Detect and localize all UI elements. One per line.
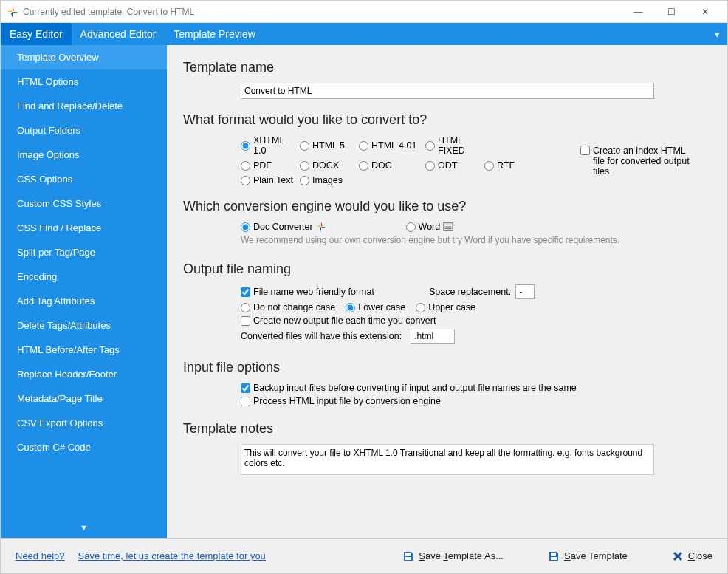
minimize-button[interactable]: —: [622, 1, 655, 22]
sidebar-item-css-find-replace[interactable]: CSS Find / Replace: [1, 216, 167, 240]
extension-label: Converted files will have this extension…: [241, 331, 402, 341]
template-notes-textarea[interactable]: [241, 444, 654, 475]
index-file-checkbox[interactable]: Create an index HTML file for converted …: [580, 146, 698, 177]
format-doc[interactable]: DOC: [359, 160, 419, 171]
format-rtf[interactable]: RTF: [484, 160, 545, 171]
heading-engine: Which conversion engine would you like t…: [183, 199, 707, 214]
window-title: Currently edited template: Convert to HT…: [23, 7, 622, 17]
menubar-dropdown-icon[interactable]: ▾: [707, 23, 727, 45]
sidebar-item-encoding[interactable]: Encoding: [1, 264, 167, 289]
format-xhtml10[interactable]: XHTML 1.0: [241, 135, 294, 156]
sidebar-item-replace-header[interactable]: Replace Header/Footer: [1, 362, 167, 386]
format-docx[interactable]: DOCX: [300, 160, 353, 171]
save-template-as-button[interactable]: Save Template As...: [402, 550, 504, 562]
engine-hint: We recommend using our own conversion en…: [241, 235, 707, 245]
web-friendly-checkbox[interactable]: File name web friendly format: [241, 287, 374, 297]
heading-format: What format would you like to convert to…: [183, 112, 707, 128]
format-pdf[interactable]: PDF: [241, 160, 294, 171]
save-template-button[interactable]: Save Template: [548, 550, 628, 562]
process-html-checkbox[interactable]: Process HTML input file by conversion en…: [241, 396, 441, 406]
space-replacement-label: Space replacement:: [429, 287, 511, 297]
backup-checkbox[interactable]: Backup input files before converting if …: [241, 383, 577, 393]
sidebar-item-template-overview[interactable]: Template Overview: [1, 45, 167, 69]
engine-word[interactable]: Word: [406, 222, 454, 232]
save-icon: [548, 550, 560, 562]
sidebar-item-html-options[interactable]: HTML Options: [1, 69, 167, 94]
need-help-link[interactable]: Need help?: [16, 550, 65, 561]
format-html5[interactable]: HTML 5: [300, 135, 353, 156]
sidebar: Template Overview HTML Options Find and …: [1, 45, 167, 538]
tab-template-preview[interactable]: Template Preview: [165, 23, 264, 45]
save-icon: [402, 550, 414, 562]
sidebar-item-delete-tags[interactable]: Delete Tags/Attributes: [1, 313, 167, 338]
format-options-grid: XHTML 1.0 HTML 5 HTML 4.01 HTML FIXED PD…: [241, 135, 551, 185]
heading-notes: Template notes: [183, 421, 707, 437]
format-html401[interactable]: HTML 4.01: [359, 135, 419, 156]
sidebar-item-css-options[interactable]: CSS Options: [1, 167, 167, 191]
extension-input[interactable]: [411, 329, 455, 344]
svg-rect-2: [405, 557, 411, 560]
menubar: Easy Editor Advanced Editor Template Pre…: [1, 23, 727, 45]
sidebar-item-custom-css[interactable]: Custom CSS Styles: [1, 191, 167, 216]
docconverter-icon: [316, 222, 326, 232]
tab-easy-editor[interactable]: Easy Editor: [1, 23, 72, 45]
sidebar-item-csv-export[interactable]: CSV Export Options: [1, 411, 167, 435]
close-button[interactable]: Close: [672, 550, 712, 562]
close-icon: [672, 550, 684, 562]
case-nochange[interactable]: Do not change case: [241, 302, 335, 312]
sidebar-item-output-folders[interactable]: Output Folders: [1, 118, 167, 143]
sidebar-item-split[interactable]: Split per Tag/Page: [1, 240, 167, 264]
sidebar-item-before-after[interactable]: HTML Before/After Tags: [1, 338, 167, 362]
sidebar-item-add-tag-attrs[interactable]: Add Tag Attributes: [1, 289, 167, 313]
word-icon: [443, 222, 453, 232]
tab-advanced-editor[interactable]: Advanced Editor: [72, 23, 165, 45]
heading-input: Input file options: [183, 360, 707, 375]
body: Template Overview HTML Options Find and …: [1, 45, 727, 538]
app-logo-icon: [7, 6, 18, 18]
format-odt[interactable]: ODT: [425, 160, 478, 171]
titlebar: Currently edited template: Convert to HT…: [1, 1, 727, 23]
window-controls: — ☐ ✕: [622, 1, 721, 22]
sidebar-item-image-options[interactable]: Image Options: [1, 143, 167, 167]
engine-docconverter[interactable]: Doc Converter: [241, 222, 326, 232]
heading-naming: Output file naming: [183, 262, 707, 277]
sidebar-item-custom-csharp[interactable]: Custom C# Code: [1, 435, 167, 459]
sidebar-scroll-down-icon[interactable]: ▼: [1, 517, 167, 538]
footer: Need help? Save time, let us create the …: [1, 538, 727, 573]
maximize-button[interactable]: ☐: [655, 1, 688, 22]
space-replacement-input[interactable]: [515, 284, 535, 299]
app-window: Currently edited template: Convert to HT…: [0, 0, 728, 574]
close-window-button[interactable]: ✕: [688, 1, 721, 22]
svg-rect-3: [551, 553, 556, 556]
format-plaintext[interactable]: Plain Text: [241, 175, 294, 185]
case-upper[interactable]: Upper case: [416, 302, 475, 312]
content-area: Template name What format would you like…: [167, 45, 727, 538]
sidebar-item-find-replace[interactable]: Find and Replace/Delete: [1, 94, 167, 118]
case-lower[interactable]: Lower case: [346, 302, 405, 312]
svg-rect-4: [551, 557, 557, 560]
sidebar-item-metadata[interactable]: Metadata/Page Title: [1, 386, 167, 411]
create-template-link[interactable]: Save time, let us create the template fo…: [78, 550, 266, 561]
template-name-input[interactable]: [241, 83, 654, 99]
heading-template-name: Template name: [183, 60, 707, 75]
newfile-checkbox[interactable]: Create new output file each time you con…: [241, 315, 436, 326]
svg-rect-1: [405, 553, 411, 556]
format-htmlfixed[interactable]: HTML FIXED: [425, 135, 478, 156]
format-images[interactable]: Images: [300, 175, 353, 185]
